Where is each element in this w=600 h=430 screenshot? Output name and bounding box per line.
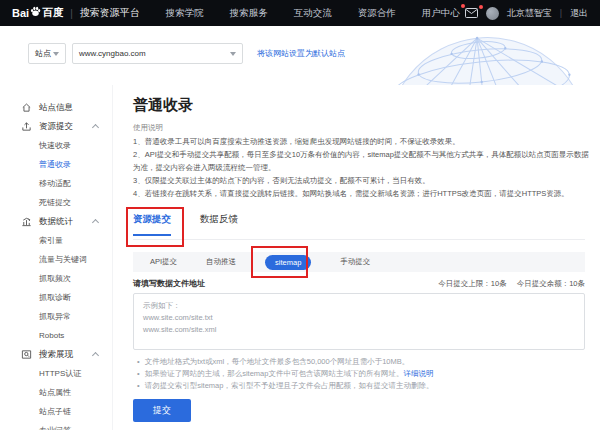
sitemap-notes: 文件地址格式为txt或xml，每个地址文件最多包含50,000个网址且需小于10…	[137, 356, 585, 392]
sidebar-item-robots[interactable]: Robots	[0, 326, 112, 345]
form-header-row: 请填写数据文件地址 今日提交上限：10条 今日提交余额：10条	[133, 278, 585, 289]
sidebar-item-fast-inclusion[interactable]: 快速收录	[0, 136, 112, 155]
note-text: 如果验证了网站的主域，那么sitemap文件中可包含该网站主域下的所有网址。	[145, 369, 404, 378]
baidu-paw-icon	[30, 6, 41, 17]
chevron-up-icon	[92, 352, 99, 359]
data-file-url-field-wrap: 示例如下： www.site.com/site.txt www.site.com…	[133, 293, 585, 350]
sidebar-item-label: 抓取诊断	[39, 292, 71, 303]
sidebar-item-resource-submit[interactable]: 资源提交	[0, 117, 112, 136]
logo-divider: |	[70, 8, 73, 19]
usage-instructions: 1、普通收录工具可以向百度搜索主动推送资源，缩短爬虫发现网站链接的时间，不保证收…	[133, 135, 590, 200]
sidebar-item-label: 站点子链	[39, 406, 71, 417]
nav-item-user-center-label: 用户中心	[422, 7, 460, 18]
detail-description-link[interactable]: 详细说明	[403, 369, 433, 378]
sidebar-item-professional-qa[interactable]: 专业问答	[0, 421, 112, 430]
sidebar-item-label: 站点信息	[39, 102, 73, 114]
sidebar-item-mobile-adaptation[interactable]: 移动适配	[0, 174, 112, 193]
submit-method-subtabs: API提交 自动推送 sitemap 手动提交	[133, 252, 585, 272]
sidebar-item-https-cert[interactable]: HTTPS认证	[0, 364, 112, 383]
sidebar-item-label: 索引量	[39, 235, 63, 246]
submit-icon	[21, 121, 32, 132]
home-icon	[21, 102, 32, 113]
subtab-sitemap[interactable]: sitemap	[265, 255, 311, 270]
nav-item-resource-coop[interactable]: 资源合作	[358, 7, 396, 20]
nav-item-user-center[interactable]: 用户中心	[422, 7, 460, 20]
globe-decoration	[355, 26, 600, 85]
sidebar-item-index-volume[interactable]: 索引量	[0, 231, 112, 250]
sidebar-item-label: 专业问答	[39, 425, 71, 430]
nav-item-search-service[interactable]: 搜索服务	[230, 7, 268, 20]
sidebar-item-crawl-exception[interactable]: 抓取异常	[0, 307, 112, 326]
nav-item-interaction[interactable]: 互动交流	[294, 7, 332, 20]
tab-data-feedback[interactable]: 数据反馈	[200, 213, 238, 236]
nav-item-search-academy[interactable]: 搜索学院	[166, 7, 204, 20]
subtab-manual-submit[interactable]: 手动提交	[340, 257, 370, 267]
note-line: 文件地址格式为txt或xml，每个地址文件最多包含50,000个网址且需小于10…	[137, 356, 585, 368]
sidebar-item-traffic-keywords[interactable]: 流量与关键词	[0, 250, 112, 269]
page-title: 普通收录	[133, 96, 193, 115]
mail-button[interactable]	[465, 8, 478, 18]
subtab-auto-push[interactable]: 自动推送	[206, 257, 236, 267]
main-tabs: 资源提交 数据反馈	[133, 213, 238, 236]
note-line: 请勿提交索引型sitemap，索引型不予处理且子文件会占用配额，如有提交请主动删…	[137, 380, 585, 392]
tabs-divider	[133, 239, 585, 240]
sidebar-item-data-statistics[interactable]: 数据统计	[0, 212, 112, 231]
sidebar-item-label: 移动适配	[39, 178, 71, 189]
usage-instructions-title: 使用说明	[133, 123, 163, 133]
note-text: 请勿提交索引型sitemap，索引型不予处理且子文件会占用配额，如有提交请主动删…	[145, 381, 434, 390]
site-domain-select[interactable]: www.cyngbao.com	[72, 43, 243, 64]
caret-down-icon	[230, 52, 236, 56]
sidebar-item-normal-inclusion[interactable]: 普通收录	[0, 155, 112, 174]
sidebar-item-site-sublinks[interactable]: 站点子链	[0, 402, 112, 421]
sidebar-item-label: 抓取频次	[39, 273, 71, 284]
site-selector-bar: 站点 www.cyngbao.com 将该网站设置为默认站点	[0, 26, 600, 85]
sidebar-item-label: 普通收录	[39, 159, 71, 170]
sidebar-item-label: 搜索展现	[39, 349, 73, 361]
avatar[interactable]	[486, 7, 499, 20]
navbar-right: 北京慧智宝 | 退出	[465, 7, 588, 20]
site-type-select[interactable]: 站点	[28, 43, 66, 64]
sidebar: 站点信息 资源提交 快速收录 普通收录 移动适配 死链提交 数据统计 索引量 流…	[0, 85, 113, 430]
sidebar-item-label: HTTPS认证	[39, 368, 81, 379]
logo-text-du: 百度	[42, 6, 63, 20]
sidebar-item-site-attributes[interactable]: 站点属性	[0, 383, 112, 402]
main-content: 普通收录 使用说明 1、普通收录工具可以向百度搜索主动推送资源，缩短爬虫发现网站…	[113, 85, 600, 430]
sidebar-item-label: 快速收录	[39, 140, 71, 151]
sidebar-item-label: 站点属性	[39, 387, 71, 398]
sidebar-item-label: 流量与关键词	[39, 254, 87, 265]
top-nav-menu: 搜索学院 搜索服务 互动交流 资源合作 用户中心	[166, 7, 460, 20]
sidebar-item-crawl-frequency[interactable]: 抓取频次	[0, 269, 112, 288]
set-default-site-link[interactable]: 将该网站设置为默认站点	[257, 48, 345, 59]
sidebar-item-label: 资源提交	[39, 121, 73, 133]
instruction-line: 4、若链接存在跳转关系，请直接提交跳转后链接。如网站换域名，需提交新域名资源；进…	[133, 187, 590, 200]
sidebar-item-crawl-diagnosis[interactable]: 抓取诊断	[0, 288, 112, 307]
mail-icon	[465, 8, 478, 18]
notification-dot	[461, 4, 465, 8]
tab-resource-submit[interactable]: 资源提交	[133, 213, 171, 236]
chevron-up-icon	[92, 124, 99, 131]
site-domain-value: www.cyngbao.com	[79, 49, 146, 58]
subtab-api-submit[interactable]: API提交	[150, 257, 177, 267]
instruction-line: 2、API提交和手动提交共享配额，每日至多提交10万条有价值的内容，sitema…	[133, 148, 590, 174]
data-file-url-label: 请填写数据文件地址	[133, 278, 205, 289]
sidebar-item-label: 抓取异常	[39, 311, 71, 322]
user-divider: |	[560, 8, 562, 18]
stats-icon	[21, 216, 32, 227]
caret-down-icon	[53, 52, 59, 56]
note-line: 如果验证了网站的主域，那么sitemap文件中可包含该网站主域下的所有网址。详细…	[137, 368, 585, 380]
sidebar-item-site-info[interactable]: 站点信息	[0, 98, 112, 117]
baidu-logo[interactable]: Bai 百度 | 搜索资源平台	[12, 6, 140, 20]
instruction-line: 3、仅限提交关联过主体的站点下的内容，否则无法成功提交，配额不可累计，当日有效。	[133, 174, 590, 187]
sidebar-item-dead-link-submit[interactable]: 死链提交	[0, 193, 112, 212]
display-icon	[21, 349, 32, 360]
submit-button[interactable]: 提交	[133, 399, 191, 422]
sidebar-item-label: 数据统计	[39, 216, 73, 228]
quota-remaining: 今日提交余额：10条	[517, 279, 585, 289]
sidebar-item-search-display[interactable]: 搜索展现	[0, 345, 112, 364]
data-file-url-textarea[interactable]	[133, 293, 585, 350]
logout-link[interactable]: 退出	[570, 7, 588, 20]
username[interactable]: 北京慧智宝	[507, 7, 552, 20]
chevron-up-icon	[92, 219, 99, 226]
sidebar-item-label: Robots	[39, 331, 64, 340]
instruction-line: 1、普通收录工具可以向百度搜索主动推送资源，缩短爬虫发现网站链接的时间，不保证收…	[133, 135, 590, 148]
